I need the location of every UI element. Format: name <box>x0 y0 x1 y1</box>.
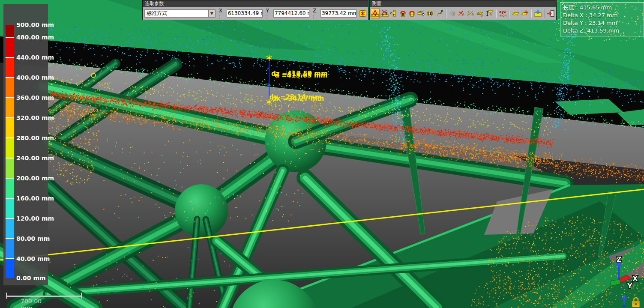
measure-distance-icon[interactable] <box>371 9 380 18</box>
color-scale-separator <box>6 77 14 78</box>
info-row: Delta Y：23.14 mm <box>563 19 641 27</box>
color-scale-label: 80.00 mm <box>16 235 50 242</box>
color-scale-separator <box>6 97 14 98</box>
info-row: 长度：415.65 mm <box>563 4 641 12</box>
color-scale-segment <box>6 138 14 158</box>
chevron-down-icon[interactable]: ▼ <box>208 10 215 17</box>
measure-angle-plane-icon[interactable]: θ <box>476 9 485 18</box>
color-scale-label: 200.00 mm <box>16 174 54 182</box>
measure-diameter-icon[interactable] <box>426 9 434 18</box>
axes-triad: Z X Y <box>605 254 644 290</box>
color-scale-segment <box>6 98 14 118</box>
toolbar-separator <box>531 9 532 18</box>
coord-x-input[interactable]: 6130334.49 mm <box>227 9 263 18</box>
color-scale-label: 500.00 mm <box>16 21 54 29</box>
color-scale-label: 440.00 mm <box>16 54 54 61</box>
info-row: Delta X：34.27 mm <box>563 12 641 19</box>
color-scale-legend: 500.00 mm480.00 mm440.00 mm400.00 mm360.… <box>3 4 48 285</box>
measure-export-icon[interactable] <box>533 9 542 18</box>
color-scale-label: 360.00 mm <box>16 94 54 102</box>
svg-text:z: z <box>390 11 392 15</box>
lock-icon[interactable] <box>632 298 640 307</box>
toolbar-separator <box>509 9 509 18</box>
scale-bar-label: 700.00 mm <box>21 298 42 308</box>
measure-coordinates-xyz-icon[interactable]: xyz+o+ <box>498 9 507 18</box>
svg-text:θ: θ <box>472 13 474 17</box>
toolbar-select-params: 选取参数 标准方式 ▼ X :6130334.49 mmY :7794412.6… <box>142 0 368 20</box>
measure-radius-arc-dashed-icon[interactable] <box>407 9 416 18</box>
measure-icon-row: zθθzθθθxyz+o+ <box>370 7 556 20</box>
color-scale-label: 120.00 mm <box>16 215 54 222</box>
color-scale-label: 400.00 mm <box>16 74 54 81</box>
info-row: Delta Z: 413.59 mm <box>563 27 641 35</box>
z-axis-label: Z <box>617 255 622 263</box>
measure-point-angle-icon[interactable] <box>435 9 444 18</box>
scale-bar-line <box>6 296 82 297</box>
color-scale-label: 0.00 mm <box>16 274 46 282</box>
measure-angle-point-icon[interactable]: θ <box>458 9 466 18</box>
color-scale-label: 480.00 mm <box>16 33 54 41</box>
color-scale-separator <box>6 117 14 118</box>
selection-mode-dropdown[interactable]: 标准方式 ▼ <box>144 9 216 18</box>
toolbar-measure: 测量 zθθzθθθxyz+o+ <box>369 0 557 20</box>
y-axis-arrow-icon <box>610 279 620 286</box>
viewport-3d[interactable] <box>0 0 644 308</box>
color-scale-label: 320.00 mm <box>16 114 54 122</box>
color-scale-segment <box>6 259 14 278</box>
color-scale-separator <box>6 258 14 259</box>
svg-text:θ: θ <box>489 13 491 17</box>
color-scale-label: 40.00 mm <box>16 255 50 263</box>
coord-x-label: X : <box>219 8 225 20</box>
color-scale-segment <box>6 25 14 37</box>
color-scale-separator <box>6 218 14 219</box>
coord-z-input[interactable]: 39773.42 mm <box>321 9 356 18</box>
measure-distance-point-icon[interactable] <box>380 9 389 18</box>
measure-exit-icon[interactable] <box>547 9 555 18</box>
svg-text:θ: θ <box>462 13 464 17</box>
measure-point-to-line-icon[interactable] <box>417 9 425 18</box>
selection-mode-value: 标准方式 <box>147 10 167 17</box>
measure-plane-icon[interactable] <box>511 9 520 18</box>
color-scale-segment <box>6 37 14 57</box>
svg-text:θ: θ <box>453 12 455 16</box>
color-scale-segment <box>6 178 14 198</box>
color-scale-segment <box>6 239 14 259</box>
coord-y-label: Y : <box>266 8 272 20</box>
color-scale-segment <box>6 198 14 218</box>
svg-text:+o+: +o+ <box>499 13 506 18</box>
color-scale-segment <box>6 57 14 78</box>
color-scale-segment <box>6 158 14 178</box>
color-scale-separator <box>6 138 14 138</box>
toolbar-select-title: 选取参数 <box>143 0 368 7</box>
sphere-node-left <box>175 184 228 237</box>
toolbar-separator <box>496 9 497 18</box>
color-scale-separator <box>6 37 14 38</box>
color-scale-separator <box>6 238 14 239</box>
pushpin-icon[interactable] <box>621 295 627 307</box>
x-axis-label: X <box>632 275 638 283</box>
color-scale-label: 160.00 mm <box>16 194 54 202</box>
toolbar-separator <box>544 9 545 18</box>
y-axis-label: Y <box>627 282 632 290</box>
measure-height-z-icon[interactable]: z <box>389 9 398 18</box>
color-scale-separator <box>6 57 14 58</box>
coord-z-label: Z : <box>313 8 319 20</box>
toolbar-separator <box>446 9 446 18</box>
color-scale-segment <box>6 118 14 138</box>
measure-angle-icon[interactable]: θ <box>448 9 457 18</box>
pick-point-icon[interactable] <box>359 10 366 17</box>
coord-y-input[interactable]: 7794412.60 mm <box>273 9 309 18</box>
color-scale-separator <box>6 158 14 158</box>
scale-bar-tick-right <box>81 293 82 299</box>
measure-angle-dimension-icon[interactable]: θ <box>485 9 494 18</box>
scale-bar-tick-left <box>6 293 7 299</box>
svg-text:z: z <box>468 9 470 13</box>
coordinate-fields: X :6130334.49 mmY :7794412.60 mmZ :39773… <box>216 8 356 20</box>
color-scale-label: 240.00 mm <box>16 154 54 162</box>
color-scale-separator <box>6 198 14 199</box>
color-scale-label: 280.00 mm <box>16 134 54 142</box>
measure-plane-add-icon[interactable] <box>521 9 529 18</box>
measure-radius-arc-icon[interactable] <box>398 9 407 18</box>
measure-angle-z-icon[interactable]: zθ <box>467 9 475 18</box>
toolbar-measure-title: 测量 <box>370 0 556 7</box>
